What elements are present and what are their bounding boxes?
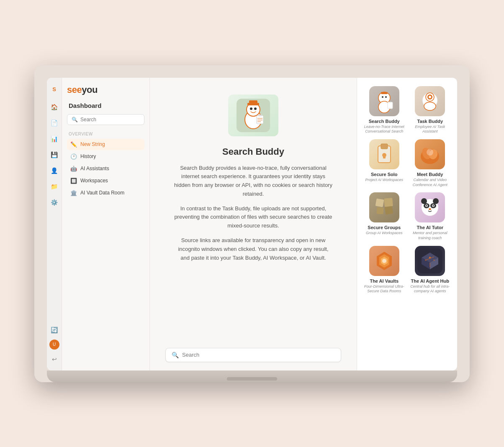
sidebar-item-label-ai-assistants: AI Assistants xyxy=(80,166,109,171)
rail-refresh-icon[interactable]: 🔄 xyxy=(50,325,59,335)
agent-card-task-buddy[interactable]: Task Buddy Employee AI Task Assistant xyxy=(410,86,451,134)
agent-desc-ai-vaults: Four-Dimensional Ultra-Secure Data Rooms xyxy=(364,284,405,294)
icon-rail-bottom: 🔄 U ↩ xyxy=(49,325,59,370)
svg-rect-7 xyxy=(257,115,263,124)
svg-point-6 xyxy=(254,107,257,110)
agent-thumb-secure-solo xyxy=(369,139,399,169)
rail-chart-icon[interactable]: 📊 xyxy=(50,134,59,143)
sidebar-item-label-new-string: New String xyxy=(80,141,105,147)
svg-rect-33 xyxy=(376,207,383,215)
laptop-screen: S 🏠 📄 📊 💾 👤 📁 ⚙️ 🔄 U ↩ see xyxy=(47,78,457,370)
sidebar-item-label-history: History xyxy=(80,153,96,159)
rail-home-icon[interactable]: 🏠 xyxy=(50,102,59,112)
agent-thumb-search-buddy xyxy=(369,86,399,116)
sidebar-title: Dashboard xyxy=(67,102,144,109)
sidebar-item-history[interactable]: 🕐 History xyxy=(67,151,144,162)
agent-card-secure-solo[interactable]: Secure Solo Project AI Workspaces xyxy=(364,139,405,187)
agent-card-agent-hub[interactable]: The AI Agent Hub Central hub for all int… xyxy=(410,246,451,294)
agent-thumb-secure-groups xyxy=(369,192,399,222)
agent-name-task-buddy: Task Buddy xyxy=(417,119,443,124)
logo-you: you xyxy=(82,84,98,95)
agent-desc-secure-groups: Group AI Workspaces xyxy=(366,231,403,236)
agent-card-ai-tutor[interactable]: The AI Tutor Mentor and personal trainin… xyxy=(410,192,451,240)
rail-folder-icon[interactable]: 📁 xyxy=(50,182,59,191)
sidebar-search-input[interactable] xyxy=(80,117,140,123)
icon-rail: S 🏠 📄 📊 💾 👤 📁 ⚙️ 🔄 U ↩ xyxy=(47,78,62,370)
svg-point-30 xyxy=(427,149,433,156)
agent-card-secure-groups[interactable]: Secure Groups Group AI Workspaces xyxy=(364,192,405,240)
user-avatar[interactable]: U xyxy=(49,340,59,350)
rail-doc-icon[interactable]: 📄 xyxy=(50,118,59,128)
agent-card-search-buddy[interactable]: Search Buddy Leave-no-Trace Internet Con… xyxy=(364,86,405,134)
sidebar: seeyou Dashboard 🔍 Overview ✏️ New Strin… xyxy=(62,78,150,370)
svg-point-37 xyxy=(433,198,439,204)
svg-point-43 xyxy=(433,205,434,207)
svg-point-14 xyxy=(382,96,383,98)
svg-point-5 xyxy=(250,107,252,110)
sidebar-item-workspaces[interactable]: 🔲 Workspaces xyxy=(67,175,144,186)
ai-vault-icon: 🏛️ xyxy=(70,190,77,196)
svg-point-20 xyxy=(424,102,436,110)
hero-image xyxy=(228,95,278,136)
main-content: Search Buddy Search Buddy provides a lea… xyxy=(150,78,357,370)
svg-rect-24 xyxy=(381,144,388,149)
history-icon: 🕐 xyxy=(70,153,77,160)
rail-save-icon[interactable]: 💾 xyxy=(50,150,59,159)
agent-thumb-meet-buddy xyxy=(415,139,445,169)
agent-name-ai-vaults: The AI Vaults xyxy=(370,278,399,284)
sidebar-item-label-ai-vault: AI Vault Data Room xyxy=(80,190,124,196)
logo-see: see xyxy=(67,84,82,95)
agent-desc-task-buddy: Employee AI Task Assistant xyxy=(410,125,451,134)
svg-rect-8 xyxy=(258,115,262,116)
agent-desc-search-buddy: Leave-no-Trace Internet Conversational S… xyxy=(364,125,405,134)
laptop-base xyxy=(47,370,457,382)
agent-desc-ai-tutor: Mentor and personal training coach xyxy=(410,231,451,240)
main-search-input[interactable] xyxy=(182,352,335,358)
svg-point-57 xyxy=(434,259,435,261)
search-icon: 🔍 xyxy=(72,117,78,123)
sidebar-item-new-string[interactable]: ✏️ New String xyxy=(67,139,144,150)
main-title: Search Buddy xyxy=(222,146,284,157)
rail-settings-icon[interactable]: ⚙️ xyxy=(50,198,59,207)
agent-name-ai-tutor: The AI Tutor xyxy=(417,225,443,230)
svg-point-42 xyxy=(426,205,427,207)
ai-assistants-icon: 🤖 xyxy=(70,166,77,172)
agent-desc-meet-buddy: Calendar and Video Conference AI Agent xyxy=(410,178,451,187)
svg-point-22 xyxy=(429,96,431,98)
right-panel: Search Buddy Leave-no-Trace Internet Con… xyxy=(357,78,457,370)
svg-point-55 xyxy=(429,257,431,258)
agent-name-secure-groups: Secure Groups xyxy=(368,225,401,230)
logo-text: seeyou xyxy=(67,84,98,95)
search-buddy-illustration xyxy=(237,99,270,132)
new-string-icon: ✏️ xyxy=(70,141,77,148)
sidebar-item-ai-vault[interactable]: 🏛️ AI Vault Data Room xyxy=(67,187,144,199)
agent-card-meet-buddy[interactable]: Meet Buddy Calendar and Video Conference… xyxy=(410,139,451,187)
svg-point-44 xyxy=(429,208,431,210)
agent-desc-agent-hub: Central hub for all intra-company AI age… xyxy=(410,284,451,294)
svg-rect-31 xyxy=(375,199,384,207)
agent-desc-secure-solo: Project AI Workspaces xyxy=(365,178,403,183)
svg-rect-17 xyxy=(388,102,393,109)
main-paragraph-2: In contrast to the Task Buddy, file uplo… xyxy=(174,204,333,230)
agent-name-agent-hub: The AI Agent Hub xyxy=(411,278,449,284)
logo: seeyou xyxy=(67,84,144,102)
search-bar-icon: 🔍 xyxy=(172,352,179,358)
logo-mini: S xyxy=(52,86,56,92)
agent-name-secure-solo: Secure Solo xyxy=(371,172,398,177)
svg-point-36 xyxy=(421,198,427,204)
svg-rect-26 xyxy=(383,155,386,158)
svg-rect-34 xyxy=(385,206,393,215)
agent-card-ai-vaults[interactable]: The AI Vaults Four-Dimensional Ultra-Sec… xyxy=(364,246,405,294)
agent-name-search-buddy: Search Buddy xyxy=(369,119,400,124)
svg-rect-13 xyxy=(381,92,388,94)
main-search-bar[interactable]: 🔍 xyxy=(165,348,341,362)
rail-logout-icon[interactable]: ↩ xyxy=(50,355,59,364)
svg-point-48 xyxy=(382,259,386,263)
svg-point-15 xyxy=(385,96,387,98)
agent-name-meet-buddy: Meet Buddy xyxy=(417,172,443,177)
rail-user-icon[interactable]: 👤 xyxy=(50,166,59,175)
sidebar-search-box[interactable]: 🔍 xyxy=(67,114,144,125)
agent-thumb-ai-tutor xyxy=(415,192,445,222)
agent-thumb-ai-vaults xyxy=(369,246,399,276)
sidebar-item-ai-assistants[interactable]: 🤖 AI Assistants xyxy=(67,163,144,174)
